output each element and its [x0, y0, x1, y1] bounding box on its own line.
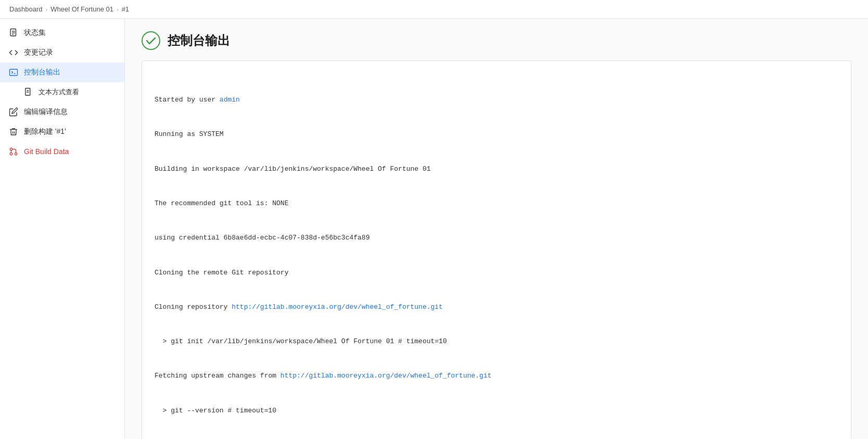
- sidebar-label-delete-build: 删除构建 '#1': [24, 127, 66, 136]
- svg-point-10: [10, 148, 12, 150]
- code-icon: [8, 47, 19, 58]
- console-output-box: Started by user admin Running as SYSTEM …: [142, 60, 851, 439]
- console-line-7: Cloning repository http://gitlab.mooreyx…: [155, 302, 838, 313]
- svg-rect-4: [10, 69, 18, 76]
- main-layout: 状态集 变更记录 控制台输出: [0, 19, 868, 439]
- breadcrumb: Dashboard › Wheel Of Fortune 01 › #1: [0, 0, 868, 19]
- console-line-1: Started by user admin: [155, 94, 838, 106]
- svg-point-9: [15, 153, 17, 155]
- breadcrumb-project[interactable]: Wheel Of Fortune 01: [50, 5, 113, 13]
- page-title: 控制台输出: [168, 32, 230, 49]
- sidebar-label-console-output: 控制台输出: [24, 68, 60, 77]
- sidebar-item-delete-build[interactable]: 删除构建 '#1': [0, 122, 124, 142]
- svg-point-11: [10, 153, 12, 155]
- console-line-9: Fetching upstream changes from http://gi…: [155, 370, 838, 382]
- breadcrumb-current: #1: [122, 5, 129, 13]
- svg-point-12: [142, 32, 160, 49]
- sidebar-item-git-build-data[interactable]: Git Build Data: [0, 142, 124, 161]
- git-repo-link-1[interactable]: http://gitlab.mooreyxia.org/dev/wheel_of…: [232, 303, 443, 311]
- sidebar-label-change-log: 变更记录: [24, 48, 53, 57]
- trash-icon: [8, 127, 19, 137]
- console-line-5: using credential 6b8ae6dd-ecbc-4c07-838d…: [155, 232, 838, 244]
- console-line-6: Cloning the remote Git repository: [155, 267, 838, 279]
- file-icon: [8, 28, 19, 38]
- console-line-2: Running as SYSTEM: [155, 129, 838, 140]
- edit-icon: [8, 107, 19, 117]
- admin-link[interactable]: admin: [220, 96, 240, 104]
- sidebar-item-edit-build-info[interactable]: 编辑编译信息: [0, 102, 124, 122]
- console-line-8: > git init /var/lib/jenkins/workspace/Wh…: [155, 336, 838, 347]
- success-check-icon: [142, 31, 160, 50]
- terminal-icon: [8, 67, 19, 78]
- breadcrumb-sep-1: ›: [46, 6, 48, 12]
- sidebar: 状态集 变更记录 控制台输出: [0, 19, 125, 439]
- svg-rect-6: [25, 89, 30, 96]
- git-repo-link-2[interactable]: http://gitlab.mooreyxia.org/dev/wheel_of…: [280, 372, 492, 380]
- doc-icon: [23, 87, 33, 97]
- sidebar-item-change-log[interactable]: 变更记录: [0, 43, 124, 62]
- svg-rect-0: [10, 29, 16, 36]
- console-line-4: The recommended git tool is: NONE: [155, 198, 838, 209]
- breadcrumb-sep-2: ›: [117, 6, 119, 12]
- console-line-10: > git --version # timeout=10: [155, 405, 838, 417]
- sidebar-label-status-set: 状态集: [24, 28, 46, 37]
- sidebar-label-text-view: 文本方式查看: [39, 87, 79, 97]
- console-line-3: Building in workspace /var/lib/jenkins/w…: [155, 164, 838, 175]
- breadcrumb-dashboard[interactable]: Dashboard: [9, 5, 43, 13]
- sidebar-label-git-build-data: Git Build Data: [24, 147, 69, 156]
- page-header: 控制台输出: [142, 31, 851, 50]
- sidebar-item-text-view[interactable]: 文本方式查看: [0, 82, 124, 102]
- sidebar-item-console-output[interactable]: 控制台输出: [0, 62, 124, 82]
- sidebar-label-edit-build-info: 编辑编译信息: [24, 107, 68, 117]
- git-icon: [8, 146, 19, 157]
- main-content: 控制台输出 Started by user admin Running as S…: [125, 19, 868, 439]
- sidebar-item-status-set[interactable]: 状态集: [0, 23, 124, 43]
